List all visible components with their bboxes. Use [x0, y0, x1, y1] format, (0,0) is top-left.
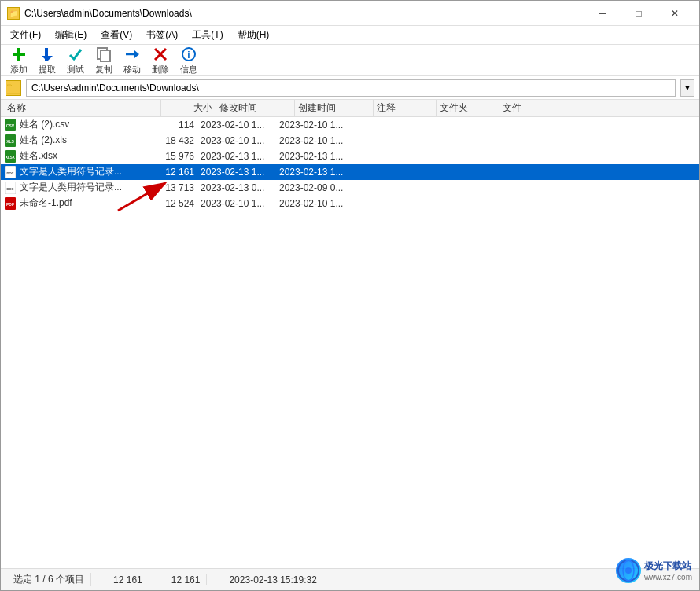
svg-text:i: i: [187, 50, 190, 61]
info-button[interactable]: i 信息: [177, 44, 201, 77]
file-name-cell: DOC 文字是人类用符号记录...: [4, 181, 146, 194]
address-bar: ▼: [1, 76, 699, 100]
test-icon: [67, 46, 84, 63]
col-header-modified[interactable]: 修改时间: [216, 100, 295, 116]
title-bar: 📁 C:\Users\admin\Documents\Downloads\ ─ …: [1, 1, 699, 26]
title-controls: ─ □ ✕: [584, 2, 693, 25]
status-selection: 选定 1 / 6 个项目: [7, 573, 91, 586]
watermark-logo: [616, 558, 641, 583]
test-label: 测试: [67, 64, 84, 75]
info-label: 信息: [180, 64, 197, 75]
table-row[interactable]: XLSX 姓名.xlsx 15 976 2023-02-13 1... 2023…: [1, 149, 699, 164]
table-row[interactable]: XLS 姓名 (2).xls 18 432 2023-02-10 1... 20…: [1, 133, 699, 149]
col-header-folder[interactable]: 文件夹: [437, 100, 499, 116]
menu-help[interactable]: 帮助(H): [231, 27, 276, 43]
col-header-created[interactable]: 创建时间: [295, 100, 374, 116]
file-name-cell: XLSX 姓名.xlsx: [4, 149, 146, 163]
svg-point-30: [625, 567, 632, 574]
svg-rect-5: [101, 50, 110, 61]
svg-marker-3: [42, 56, 53, 61]
status-size1: 12 161: [107, 574, 149, 585]
col-header-comment[interactable]: 注释: [374, 100, 437, 116]
watermark: 极光下载站 www.xz7.com: [616, 558, 692, 583]
svg-text:DOC: DOC: [7, 171, 14, 175]
col-header-name[interactable]: 名称: [4, 100, 161, 116]
move-label: 移动: [123, 64, 141, 75]
extract-button[interactable]: 提取: [35, 44, 59, 77]
test-button[interactable]: 测试: [64, 44, 87, 77]
toolbar: 添加 提取 测试: [1, 45, 699, 76]
menu-bookmarks[interactable]: 书签(A): [140, 27, 184, 43]
menu-tools[interactable]: 工具(T): [186, 27, 229, 43]
file-rows: CSV 姓名 (2).csv 114 2023-02-10 1... 2023-…: [1, 117, 699, 568]
file-name-cell: CSV 姓名 (2).csv: [4, 118, 146, 131]
address-input[interactable]: [26, 79, 676, 97]
status-date: 2023-02-13 15:19:32: [223, 574, 322, 585]
doc-icon: DOC: [4, 182, 17, 194]
add-button[interactable]: 添加: [7, 44, 31, 77]
delete-icon: [152, 46, 169, 63]
svg-text:PDF: PDF: [6, 202, 14, 207]
watermark-text: 极光下载站: [644, 560, 692, 573]
move-button[interactable]: 移动: [120, 44, 144, 77]
file-name-cell: DOC 文字是人类用符号记录...: [4, 165, 146, 178]
col-header-size[interactable]: 大小: [161, 100, 216, 116]
title-bar-left: 📁 C:\Users\admin\Documents\Downloads\: [7, 7, 192, 20]
extract-icon: [39, 46, 56, 63]
address-folder-icon: [6, 80, 21, 96]
move-icon: [123, 46, 141, 63]
extract-label: 提取: [39, 64, 56, 75]
column-headers: 名称 大小 修改时间 创建时间 注释 文件夹 文件: [1, 100, 699, 117]
table-row[interactable]: DOC 文字是人类用符号记录... 13 713 2023-02-13 0...…: [1, 180, 699, 196]
window-icon: 📁: [7, 7, 20, 20]
add-icon: [10, 46, 28, 63]
menu-edit[interactable]: 编辑(E): [49, 27, 93, 43]
svg-rect-1: [13, 53, 25, 56]
delete-label: 删除: [152, 64, 169, 75]
docx-icon: DOC: [4, 166, 17, 178]
pdf-icon: PDF: [4, 197, 17, 210]
menu-bar: 文件(F) 编辑(E) 查看(V) 书签(A) 工具(T) 帮助(H): [1, 26, 699, 45]
address-dropdown[interactable]: ▼: [680, 79, 694, 97]
status-size2: 12 161: [165, 574, 208, 585]
table-row[interactable]: CSV 姓名 (2).csv 114 2023-02-10 1... 2023-…: [1, 117, 699, 133]
main-window: 📁 C:\Users\admin\Documents\Downloads\ ─ …: [0, 0, 700, 591]
menu-view[interactable]: 查看(V): [94, 27, 138, 43]
minimize-button[interactable]: ─: [584, 2, 621, 25]
window-title: C:\Users\admin\Documents\Downloads\: [24, 8, 192, 19]
file-list-container: 名称 大小 修改时间 创建时间 注释 文件夹 文件 CSV 姓名 (2).: [1, 100, 699, 568]
svg-text:XLSX: XLSX: [6, 156, 15, 160]
table-row[interactable]: PDF 未命名-1.pdf 12 524 2023-02-10 1... 202…: [1, 196, 699, 211]
csv-icon: CSV: [4, 119, 17, 131]
svg-text:DOC: DOC: [7, 187, 14, 191]
close-button[interactable]: ✕: [657, 2, 693, 25]
add-label: 添加: [10, 64, 28, 75]
copy-button[interactable]: 复制: [92, 44, 116, 77]
delete-button[interactable]: 删除: [149, 44, 172, 77]
info-icon: i: [180, 46, 197, 63]
svg-marker-7: [134, 50, 139, 58]
file-name-cell: XLS 姓名 (2).xls: [4, 134, 146, 147]
xls-icon: XLS: [4, 134, 17, 147]
copy-icon: [95, 46, 112, 63]
watermark-url: www.xz7.com: [644, 573, 692, 582]
svg-text:CSV: CSV: [6, 123, 15, 128]
menu-file[interactable]: 文件(F): [4, 27, 47, 43]
maximize-button[interactable]: □: [621, 2, 657, 25]
file-name-cell: PDF 未命名-1.pdf: [4, 196, 146, 210]
copy-label: 复制: [95, 64, 112, 75]
col-header-file[interactable]: 文件: [499, 100, 562, 116]
xlsx-icon: XLSX: [4, 150, 17, 163]
status-bar: 选定 1 / 6 个项目 12 161 12 161 2023-02-13 15…: [1, 568, 699, 590]
svg-text:XLS: XLS: [6, 139, 14, 144]
table-row[interactable]: DOC 文字是人类用符号记录... 12 161 2023-02-13 1...…: [1, 164, 699, 180]
